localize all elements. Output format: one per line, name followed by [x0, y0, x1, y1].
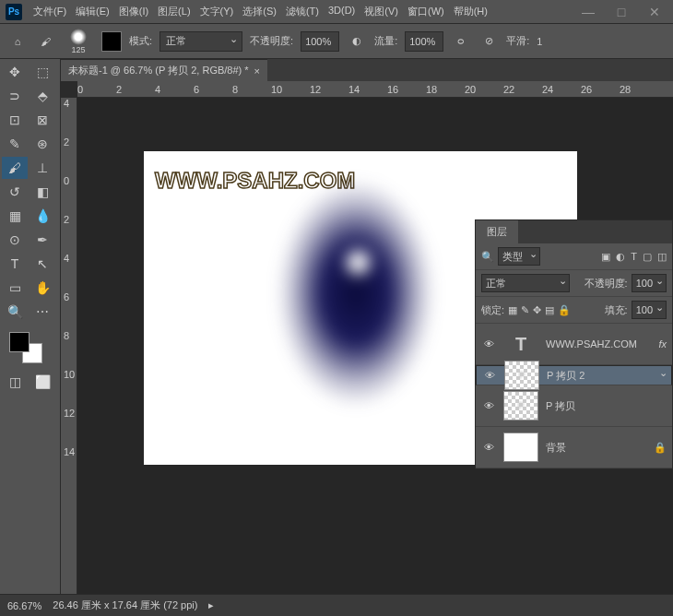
eyedropper-tool-icon[interactable]: ✎: [2, 133, 28, 155]
mode-label: 模式:: [129, 34, 152, 48]
document-tabs: 未标题-1 @ 66.7% (P 拷贝 2, RGB/8#) * ×: [61, 59, 673, 81]
layers-panel: 图层 🔍 类型 ▣ ◐ T ▢ ◫ 正常 不透明度: 100 锁定: ▦ ✎ ✥…: [475, 219, 673, 469]
layers-tab[interactable]: 图层: [476, 220, 518, 243]
menu-file[interactable]: 文件(F): [30, 3, 70, 20]
screenmode-icon[interactable]: ⬜: [30, 371, 55, 393]
visibility-icon[interactable]: 👁: [481, 338, 496, 349]
ruler-vertical: 4202468101214: [61, 98, 77, 594]
shape-tool-icon[interactable]: ▭: [2, 277, 28, 299]
airbrush-icon[interactable]: ᴑ: [451, 31, 471, 52]
brush-preview[interactable]: 125: [63, 28, 94, 55]
layer-name: WWW.PSAHZ.COM: [546, 338, 637, 349]
minimize-icon[interactable]: —: [575, 4, 601, 20]
document-title: 未标题-1 @ 66.7% (P 拷贝 2, RGB/8#) *: [68, 64, 249, 77]
lock-paint-icon[interactable]: ✎: [521, 304, 529, 316]
eraser-tool-icon[interactable]: ◧: [30, 181, 55, 203]
layer-opacity-input[interactable]: 100: [632, 274, 667, 292]
lock-label: 锁定:: [481, 303, 504, 317]
history-brush-icon[interactable]: ↺: [2, 181, 28, 203]
layer-row[interactable]: 👁TWWW.PSAHZ.COMfx: [476, 324, 672, 365]
close-tab-icon[interactable]: ×: [254, 65, 260, 77]
toolbox: ✥ ⬚ ⊃ ⬘ ⊡ ⊠ ✎ ⊛ 🖌 ⊥ ↺ ◧ ▦ 💧 ⊙ ✒ T ↖ ▭ ✋ …: [0, 59, 61, 594]
lock-icon: 🔒: [654, 442, 667, 454]
blend-mode-select[interactable]: 正常: [159, 31, 242, 52]
stamp-tool-icon[interactable]: ⊥: [30, 157, 55, 179]
fx-badge[interactable]: fx: [658, 338, 667, 349]
menu-filter[interactable]: 滤镜(T): [282, 3, 323, 20]
lock-all-icon[interactable]: 🔒: [558, 304, 571, 316]
titlebar: Ps 文件(F) 编辑(E) 图像(I) 图层(L) 文字(Y) 选择(S) 滤…: [0, 0, 673, 24]
menu-view[interactable]: 视图(V): [360, 3, 402, 20]
menu-edit[interactable]: 编辑(E): [72, 3, 113, 20]
filter-text-icon[interactable]: T: [631, 251, 637, 263]
menu-window[interactable]: 窗口(W): [404, 3, 448, 20]
lock-position-icon[interactable]: ✥: [533, 304, 541, 316]
layer-row[interactable]: 👁PP 拷贝: [476, 385, 672, 427]
menu-image[interactable]: 图像(I): [115, 3, 152, 20]
flow-label: 流量:: [374, 34, 397, 48]
pressure-size-icon[interactable]: ⊘: [478, 31, 499, 52]
move-tool-icon[interactable]: ✥: [2, 61, 28, 83]
filter-adjust-icon[interactable]: ◐: [616, 251, 625, 263]
ruler-horizontal: 0246810121416182022242628: [77, 81, 673, 98]
smooth-label: 平滑:: [506, 34, 529, 48]
visibility-icon[interactable]: 👁: [481, 442, 496, 453]
document-dimensions: 26.46 厘米 x 17.64 厘米 (72 ppi): [53, 598, 197, 612]
close-icon[interactable]: ✕: [642, 4, 667, 20]
brush-tool-icon[interactable]: 🖌: [35, 31, 55, 52]
color-swatch[interactable]: [101, 31, 122, 52]
gradient-tool-icon[interactable]: ▦: [2, 205, 28, 227]
lock-artboard-icon[interactable]: ▤: [545, 304, 554, 316]
smooth-value[interactable]: 1: [537, 36, 542, 47]
search-icon[interactable]: 🔍: [481, 251, 494, 263]
layer-row[interactable]: 👁PP 拷贝 2: [476, 365, 672, 385]
app-logo: Ps: [6, 4, 22, 20]
filter-image-icon[interactable]: ▣: [601, 251, 610, 263]
blur-tool-icon[interactable]: 💧: [30, 205, 55, 227]
layer-row[interactable]: 👁背景🔒: [476, 427, 672, 468]
menu-help[interactable]: 帮助(H): [450, 3, 491, 20]
visibility-icon[interactable]: 👁: [482, 370, 497, 381]
flow-input[interactable]: 100%: [405, 31, 443, 52]
path-select-icon[interactable]: ↖: [30, 253, 55, 275]
quickmask-icon[interactable]: ◫: [2, 371, 28, 393]
healing-tool-icon[interactable]: ⊛: [30, 133, 55, 155]
quick-select-tool-icon[interactable]: ⬘: [30, 85, 55, 107]
menubar: 文件(F) 编辑(E) 图像(I) 图层(L) 文字(Y) 选择(S) 滤镜(T…: [30, 3, 575, 20]
pen-tool-icon[interactable]: ✒: [30, 229, 55, 251]
crop-tool-icon[interactable]: ⊡: [2, 109, 28, 131]
opacity-input[interactable]: 100%: [301, 31, 339, 52]
visibility-icon[interactable]: 👁: [481, 400, 496, 411]
menu-text[interactable]: 文字(Y): [196, 3, 238, 20]
lock-pixels-icon[interactable]: ▦: [508, 304, 517, 316]
type-tool-icon[interactable]: T: [2, 253, 28, 275]
pressure-opacity-icon[interactable]: ◐: [347, 31, 367, 52]
layer-blend-select[interactable]: 正常: [481, 274, 570, 292]
zoom-level[interactable]: 66.67%: [7, 600, 41, 611]
zoom-tool-icon[interactable]: 🔍: [2, 301, 28, 323]
home-icon[interactable]: ⌂: [7, 31, 28, 52]
filter-type-select[interactable]: 类型: [498, 247, 540, 266]
edit-toolbar-icon[interactable]: ⋯: [30, 301, 55, 323]
menu-layer[interactable]: 图层(L): [154, 3, 194, 20]
menu-select[interactable]: 选择(S): [239, 3, 280, 20]
text-layer-icon: T: [503, 329, 538, 359]
document-tab[interactable]: 未标题-1 @ 66.7% (P 拷贝 2, RGB/8#) * ×: [61, 59, 267, 81]
brush-tool-icon[interactable]: 🖌: [2, 157, 28, 179]
frame-tool-icon[interactable]: ⊠: [30, 109, 55, 131]
color-swatches[interactable]: [4, 330, 56, 363]
status-chevron-icon[interactable]: ▸: [208, 599, 214, 611]
dodge-tool-icon[interactable]: ⊙: [2, 229, 28, 251]
lasso-tool-icon[interactable]: ⊃: [2, 85, 28, 107]
foreground-swatch[interactable]: [9, 332, 30, 352]
menu-3d[interactable]: 3D(D): [325, 3, 359, 20]
filter-shape-icon[interactable]: ▢: [643, 251, 652, 263]
layer-name: P 拷贝: [546, 399, 575, 413]
maximize-icon[interactable]: □: [608, 4, 634, 20]
filter-smart-icon[interactable]: ◫: [657, 251, 667, 263]
layer-thumbnail: P: [504, 361, 539, 390]
fill-label: 填充:: [605, 303, 628, 317]
marquee-tool-icon[interactable]: ⬚: [30, 61, 55, 83]
hand-tool-icon[interactable]: ✋: [30, 277, 55, 299]
fill-input[interactable]: 100: [632, 301, 667, 319]
